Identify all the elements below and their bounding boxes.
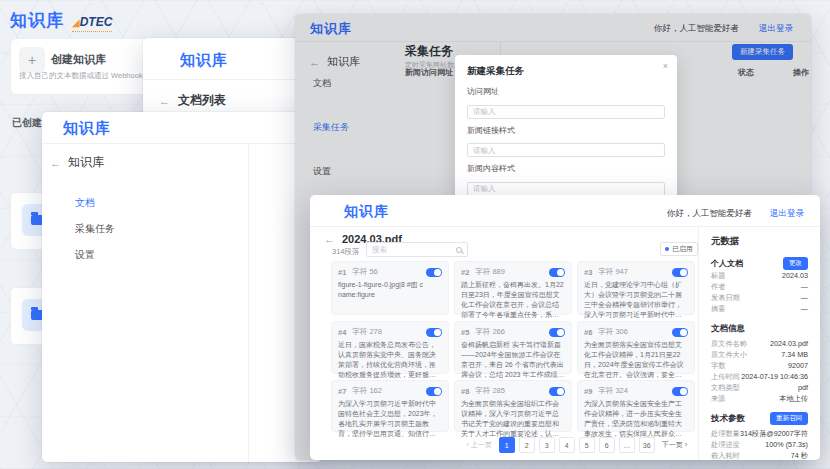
chunk-toggle[interactable]	[672, 268, 688, 277]
field-label-content-pattern: 新闻内容样式	[467, 163, 665, 174]
link-pattern-field[interactable]	[467, 143, 665, 157]
chunk-char-count: 字符 266	[475, 327, 505, 337]
meta-label: 来源	[711, 393, 725, 404]
metadata-edit-button[interactable]: 更改	[783, 257, 808, 270]
pagination-page[interactable]: 4	[559, 437, 575, 453]
pagination-page[interactable]: 5	[579, 437, 595, 453]
metadata-panel: 元数据 个人文档 更改 标题2024.03 作者— 发表日期— 摘要— 文档信息…	[699, 227, 820, 460]
meta-label: 摘要	[711, 303, 725, 314]
chunk-char-count: 字符 947	[598, 267, 628, 277]
app-logo: 知识库	[10, 9, 64, 32]
chunk-card[interactable]: #3 字符 947 近日，党建理论学习中心组（扩大）会议暨学习贯彻党的二十届三中…	[577, 261, 695, 315]
chunk-char-count: 字符 285	[475, 386, 505, 396]
search-icon	[456, 247, 462, 253]
chunk-char-count: 字符 162	[352, 386, 382, 396]
chunk-char-count: 字符 324	[598, 386, 628, 396]
chunk-card[interactable]: #6 字符 306 为全面贯彻落实全国宣传思想文化工作会议精神，1月21日至22…	[577, 321, 695, 374]
chunk-toggle[interactable]	[426, 387, 442, 396]
meta-label: 原文件名称	[711, 338, 747, 349]
chunk-card[interactable]: #9 字符 324 为深入贯彻落实全国安全生产工作会议精神，进一步压实安全生产责…	[577, 380, 695, 432]
pagination-prev[interactable]: ‹ 上一页	[463, 437, 494, 453]
create-kb-title: 创建知识库	[51, 52, 106, 67]
meta-label: 嵌入耗时	[711, 450, 740, 460]
pagination: ‹ 上一页 1 2 3 4 5 6 … 36 下一页 ›	[463, 437, 690, 453]
pagination-next[interactable]: 下一页 ›	[659, 437, 690, 453]
chunk-id: #2	[461, 268, 469, 277]
chunk-char-count: 字符 56	[352, 267, 377, 277]
chunk-card[interactable]: #5 字符 266 奋楫扬帆启新程 实干笃行谱新篇——2024年全国旅游工作会议…	[454, 321, 572, 374]
plus-icon: +	[19, 47, 45, 73]
back-icon[interactable]: ←	[159, 95, 170, 107]
chunk-toggle[interactable]	[672, 387, 688, 396]
meta-label: 上传时间	[711, 371, 740, 382]
modal-title: 新建采集任务	[467, 65, 665, 78]
meta-label: 文档类型	[711, 382, 740, 393]
chunk-text: 近日，国家税务总局发布公告，认真贯彻落实党中央、国务院决策部署，持续优化营商环境…	[338, 340, 442, 381]
chunk-toggle[interactable]	[426, 268, 442, 277]
new-task-modal: 新建采集任务 × 访问网址 新闻链接样式 新闻内容样式 任务名称 是否定时执行 …	[455, 55, 677, 209]
chunk-card[interactable]: #8 字符 285 为全面贯彻落实全国组织工作会议精神，深入学习贯彻习近平总书记…	[454, 380, 572, 432]
meta-value: pdf	[798, 382, 808, 393]
chunk-toggle[interactable]	[672, 328, 688, 337]
re-recall-button[interactable]: 重新召回	[770, 412, 808, 425]
meta-label: 原文件大小	[711, 349, 747, 360]
brand-underline	[72, 31, 112, 32]
meta-label: 处理数量	[711, 428, 740, 439]
meta-value: —	[801, 303, 808, 314]
meta-label: 处理进度	[711, 439, 740, 450]
meta-value: 2024.03	[782, 270, 808, 281]
pagination-page[interactable]: 1	[499, 437, 515, 453]
pagination-page[interactable]: 3	[539, 437, 555, 453]
chunk-text: 为全面贯彻落实全国宣传思想文化工作会议精神，1月21日至22日，2024年度全国…	[584, 340, 688, 381]
pagination-page[interactable]: 36	[639, 437, 655, 453]
chunk-card[interactable]: #2 字符 889 踏上新征程，奋楫再出发。1月22日至23日，年度全国宣传思想…	[454, 261, 572, 315]
chunk-toggle[interactable]	[549, 328, 565, 337]
back-icon[interactable]: ←	[50, 157, 61, 169]
kb-window: 知识库 ← 知识库 文档 采集任务 设置	[42, 112, 322, 462]
chunk-card[interactable]: #4 字符 278 近日，国家税务总局发布公告，认真贯彻落实党中央、国务院决策部…	[331, 321, 449, 374]
meta-label: 作者	[711, 281, 725, 292]
chunk-text: 为全面贯彻落实全国组织工作会议精神，深入学习贯彻习近平总书记关于党的建设的重要思…	[461, 399, 565, 440]
doc-type-label: 个人文档	[711, 258, 743, 269]
meta-value: 本地上传	[779, 393, 808, 404]
pagination-ellipsis[interactable]: …	[619, 437, 635, 453]
search-input[interactable]	[372, 245, 456, 254]
brand-logo: ◢DTEC	[72, 12, 112, 32]
doc-window: 知识库 你好，人工智能爱好者 退出登录 ← 2024.03.pdf 314段落 …	[310, 195, 820, 460]
field-label-link-pattern: 新闻链接样式	[467, 125, 665, 136]
chunk-char-count: 字符 278	[352, 327, 382, 337]
paragraph-count: 314段落	[332, 247, 360, 257]
doc-window-logo: 知识库	[344, 203, 389, 221]
chunk-id: #7	[338, 387, 346, 396]
chunk-card[interactable]: #1 字符 56 figure-1-figure-0.jpg|8 #图 c na…	[331, 261, 449, 315]
sidebar-item-tasks[interactable]: 采集任务	[75, 222, 115, 236]
chunk-toggle[interactable]	[426, 328, 442, 337]
chunk-id: #1	[338, 268, 346, 277]
search-box[interactable]	[366, 242, 468, 257]
kb-back-title: 知识库	[68, 154, 104, 171]
sidebar-item-settings[interactable]: 设置	[75, 248, 95, 262]
chunk-toggle[interactable]	[549, 268, 565, 277]
enabled-dot-icon	[665, 247, 669, 251]
doc-info-title: 文档信息	[711, 323, 808, 335]
chunk-id: #9	[584, 387, 592, 396]
pagination-page[interactable]: 2	[519, 437, 535, 453]
chunk-id: #6	[584, 328, 592, 337]
user-greeting: 你好，人工智能爱好者	[667, 208, 752, 220]
close-icon[interactable]: ×	[663, 61, 668, 71]
chunk-char-count: 字符 889	[475, 267, 505, 277]
sidebar-item-docs[interactable]: 文档	[75, 196, 95, 210]
chunk-id: #4	[338, 328, 346, 337]
chunk-card[interactable]: #7 字符 162 为深入学习贯彻习近平新时代中国特色社会主义思想，2023年，…	[331, 380, 449, 432]
status-filter-chip[interactable]: 已启用	[660, 242, 698, 256]
back-icon[interactable]: ←	[324, 233, 335, 245]
pagination-page[interactable]: 6	[599, 437, 615, 453]
meta-value: 100% (57.3s)	[765, 439, 808, 450]
meta-label: 标题	[711, 270, 725, 281]
logout-link[interactable]: 退出登录	[770, 208, 804, 220]
metadata-title: 元数据	[711, 235, 808, 248]
meta-value: 2024-07-19 10:46:36	[741, 371, 808, 382]
content-pattern-field[interactable]	[467, 182, 665, 196]
url-field[interactable]	[467, 105, 665, 119]
chunk-toggle[interactable]	[549, 387, 565, 396]
